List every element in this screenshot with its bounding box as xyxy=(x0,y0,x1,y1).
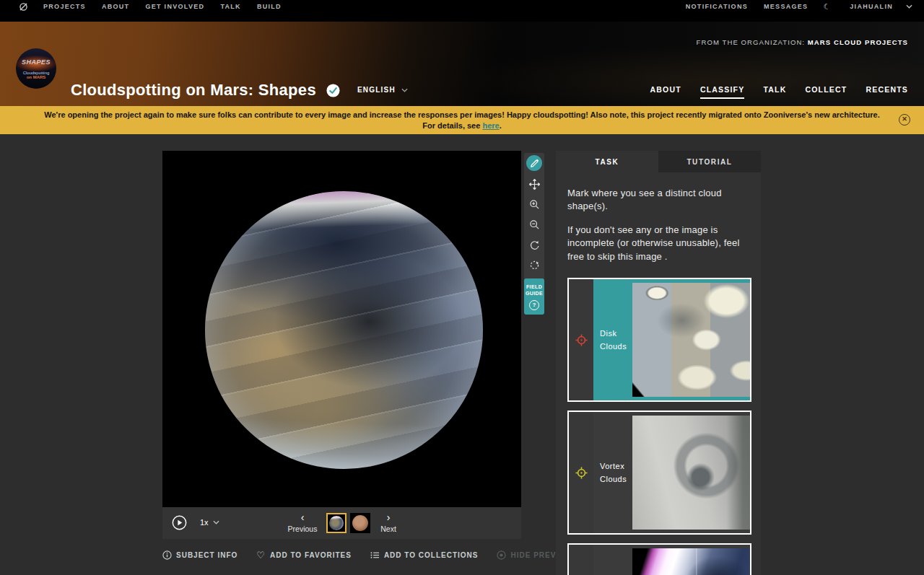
task-tabs: TASK TUTORIAL xyxy=(556,151,761,172)
subject-thumbnail-next[interactable] xyxy=(350,513,370,533)
pan-move-tool[interactable] xyxy=(527,177,541,191)
organization-label: FROM THE ORGANIZATION: xyxy=(697,38,806,46)
collections-list-icon xyxy=(370,550,380,560)
project-nav-recents[interactable]: RECENTS xyxy=(866,85,908,99)
task-instructions: Mark where you see a distinct cloud shap… xyxy=(556,172,761,263)
nav-projects[interactable]: PROJECTS xyxy=(43,3,86,10)
rotate-tool[interactable] xyxy=(527,237,541,252)
limb-clouds-example-image xyxy=(632,548,750,575)
add-to-favorites-label: ADD TO FAVORITES xyxy=(270,551,352,559)
speed-value: 1x xyxy=(200,518,209,527)
annotate-pencil-tool[interactable] xyxy=(526,155,542,171)
choice-marker-cell xyxy=(569,545,593,575)
subject-thumbnail-current[interactable] xyxy=(326,513,346,533)
dark-theme-moon-icon[interactable]: ☾ xyxy=(823,2,830,12)
announcement-here-link[interactable]: here xyxy=(482,121,499,130)
choice-vortex-clouds[interactable]: Vortex Clouds xyxy=(567,411,751,535)
cloudspotting-classify-page: PROJECTS ABOUT GET INVOLVED TALK BUILD N… xyxy=(0,0,924,575)
task-panel: TASK TUTORIAL Mark where you see a disti… xyxy=(556,151,761,575)
hide-marks-eye-icon xyxy=(497,550,506,560)
organization-line: FROM THE ORGANIZATION: MARS CLOUD PROJEC… xyxy=(697,38,908,46)
nav-get-involved[interactable]: GET INVOLVED xyxy=(145,3,204,10)
project-avatar[interactable]: SHAPES Cloudspotting on MARS xyxy=(16,48,56,89)
choice-marker-cell xyxy=(569,412,593,533)
project-nav-collect[interactable]: COLLECT xyxy=(805,85,847,99)
previous-subject-button[interactable]: ‹ Previous xyxy=(282,513,323,533)
subject-thumbnail-planet-blue xyxy=(329,516,344,530)
announcement-link-prefix: For details, see xyxy=(422,121,482,130)
subject-info-button[interactable]: SUBJECT INFO xyxy=(162,550,237,560)
heart-icon: ♡ xyxy=(256,552,266,559)
task-instruction-1: Mark where you see a distinct cloud shap… xyxy=(567,187,744,214)
user-menu[interactable]: JIAHUALIN xyxy=(842,2,912,10)
mars-subject-image[interactable] xyxy=(205,191,483,469)
project-nav-about[interactable]: ABOUT xyxy=(650,85,681,99)
organization-link[interactable]: MARS CLOUD PROJECTS xyxy=(808,38,908,46)
announcement-text: We're opening the project again to make … xyxy=(44,110,879,120)
chevron-down-icon xyxy=(906,4,912,9)
field-guide-button[interactable]: FIELD GUIDE ? xyxy=(524,278,544,315)
previous-label: Previous xyxy=(282,524,323,533)
marking-choices: Disk Clouds Vortex Clouds xyxy=(567,278,751,575)
subject-image-viewer[interactable] xyxy=(162,151,521,507)
language-label: ENGLISH xyxy=(357,86,396,94)
choice-partial[interactable] xyxy=(567,543,751,575)
nav-talk[interactable]: TALK xyxy=(220,3,241,10)
page-title: Cloudspotting on Mars: Shapes xyxy=(71,81,316,100)
choice-label xyxy=(593,545,632,575)
target-marker-icon-red xyxy=(575,333,588,347)
playback-speed-select[interactable]: 1x xyxy=(200,518,219,527)
approved-check-badge-icon xyxy=(326,84,340,97)
add-to-collections-button[interactable]: ADD TO COLLECTIONS xyxy=(370,550,479,560)
tab-task[interactable]: TASK xyxy=(556,151,658,172)
play-button-icon[interactable] xyxy=(172,515,187,530)
project-nav-classify[interactable]: CLASSIFY xyxy=(700,85,745,99)
chevron-down-icon xyxy=(401,88,408,92)
subject-thumbnail-planet-red xyxy=(352,515,368,531)
zoom-in-tool[interactable] xyxy=(527,197,541,211)
subject-info-label: SUBJECT INFO xyxy=(176,551,237,559)
nav-about[interactable]: ABOUT xyxy=(102,3,130,10)
nav-build[interactable]: BUILD xyxy=(257,3,282,10)
info-icon xyxy=(162,550,172,560)
choice-marker-cell xyxy=(569,279,593,400)
previous-chevron-icon: ‹ xyxy=(282,513,323,522)
next-chevron-icon: › xyxy=(373,513,404,522)
add-to-collections-label: ADD TO COLLECTIONS xyxy=(384,551,479,559)
nav-notifications[interactable]: NOTIFICATIONS xyxy=(686,3,748,10)
nav-messages[interactable]: MESSAGES xyxy=(764,3,808,10)
subject-meta-toolbar: SUBJECT INFO ♡ ADD TO FAVORITES ADD TO C… xyxy=(162,550,531,560)
chevron-down-icon xyxy=(213,520,219,524)
announcement-link-suffix: . xyxy=(500,121,502,130)
zooniverse-logo-icon[interactable] xyxy=(19,2,28,12)
reset-rotation-tool[interactable] xyxy=(527,258,541,272)
field-guide-label-2: GUIDE xyxy=(526,290,543,297)
banner-close-icon[interactable]: ✕ xyxy=(899,114,910,126)
image-toolbar xyxy=(524,153,544,299)
project-header: SHAPES Cloudspotting on MARS Cloudspotti… xyxy=(0,22,924,106)
project-nav-talk[interactable]: TALK xyxy=(763,85,786,99)
next-subject-button[interactable]: › Next xyxy=(373,513,404,533)
disk-clouds-example-image xyxy=(632,283,750,397)
global-nav: PROJECTS ABOUT GET INVOLVED TALK BUILD N… xyxy=(0,0,924,22)
username[interactable]: JIAHUALIN xyxy=(850,3,893,10)
subject-controls-bar: 1x ‹ Previous › Next xyxy=(162,507,521,539)
help-question-icon: ? xyxy=(529,300,539,310)
zoom-out-tool[interactable] xyxy=(527,217,541,232)
task-instruction-2: If you don't see any or the image is inc… xyxy=(567,224,744,263)
target-marker-icon-yellow xyxy=(575,466,588,480)
avatar-subtitle-2: on MARS xyxy=(27,75,46,79)
announcement-banner: We're opening the project again to make … xyxy=(0,106,924,134)
choice-label: Vortex Clouds xyxy=(593,412,632,533)
language-selector[interactable]: ENGLISH xyxy=(357,86,408,94)
add-to-favorites-button[interactable]: ♡ ADD TO FAVORITES xyxy=(256,550,352,560)
tab-tutorial[interactable]: TUTORIAL xyxy=(658,151,761,172)
choice-label: Disk Clouds xyxy=(593,279,632,400)
vortex-clouds-example-image xyxy=(632,416,750,530)
next-label: Next xyxy=(373,524,404,533)
choice-disk-clouds[interactable]: Disk Clouds xyxy=(567,278,751,402)
avatar-title: SHAPES xyxy=(22,58,51,66)
field-guide-label-1: FIELD xyxy=(526,284,542,290)
announcement-text-line2: For details, see here. xyxy=(422,120,501,131)
project-nav: ABOUT CLASSIFY TALK COLLECT RECENTS xyxy=(650,85,908,99)
